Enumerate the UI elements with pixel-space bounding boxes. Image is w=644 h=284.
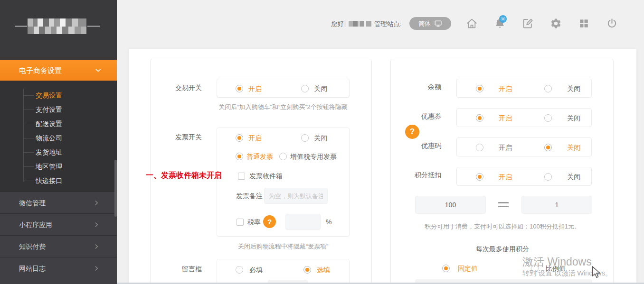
coupon-help-icon[interactable] [405,125,419,139]
logo-dash-left [15,26,27,27]
tax-rate-label[interactable]: 税率 [247,218,261,226]
vat-invoice-label[interactable]: 增值税专用发票 [290,153,337,160]
percent-sign: % [326,218,331,226]
trade-on-label[interactable]: 开启 [248,85,262,92]
balance-off-radio[interactable] [544,85,552,92]
sidebar-item-trade-settings[interactable]: 交易设置 [0,88,117,102]
sidebar-item-shipping-address[interactable]: 发货地址 [0,145,117,159]
tax-rate-checkbox[interactable] [237,219,244,226]
sidebar-item-mini-program[interactable]: 小程序应用 [0,213,117,235]
coupon-on-label[interactable]: 开启 [499,114,512,122]
sidebar-item-knowledge-pay[interactable]: 知识付费 [0,235,117,257]
coupon-control: 开启 关闭 [456,108,592,127]
promo-on-radio[interactable] [476,144,483,151]
home-button[interactable] [466,18,478,29]
chevron-right-icon [93,265,100,272]
sub-item-label: 地区管理 [36,163,62,170]
invoice-on-label[interactable]: 开启 [248,134,262,142]
message-optional-radio[interactable] [303,266,311,274]
coupon-label: 优惠券 [391,112,441,120]
promo-off-label[interactable]: 关闭 [567,144,580,151]
normal-invoice-label[interactable]: 普通发票 [246,153,273,160]
content-card: 交易开关 开启 关闭 关闭后“加入购物车”和“立刻购买”2个按钮将隐藏 发票开关… [129,49,636,284]
trade-switch-label: 交易开关 [151,84,202,92]
group-item-label: 知识付费 [19,243,46,250]
sidebar-item-logistics-company[interactable]: 物流公司 [0,131,117,145]
sub-item-label: 快递接口 [36,177,62,184]
manage-site-label: 管理站点: [374,20,402,28]
invoice-inbox-checkbox[interactable] [238,173,245,180]
invoice-on-radio[interactable] [236,134,243,142]
chevron-right-icon [93,243,100,250]
apps-button[interactable] [578,18,590,29]
points-off-radio[interactable] [544,173,552,181]
normal-invoice-radio[interactable] [236,153,243,160]
sidebar-item-express-interface[interactable]: 快递接口 [0,174,117,188]
sidebar-item-payment-settings[interactable]: 支付设置 [0,102,117,117]
vat-invoice-radio[interactable] [279,153,287,160]
sub-item-label: 发货地址 [36,148,62,156]
points-on-radio[interactable] [476,173,483,181]
invoice-remark-label: 发票备注 [236,192,263,200]
logout-button[interactable] [606,18,618,29]
trade-settings-panel: 交易开关 开启 关闭 关闭后“加入购物车”和“立刻购买”2个按钮将隐藏 发票开关… [150,59,372,284]
balance-on-radio[interactable] [476,85,483,92]
points-amount-input[interactable] [415,196,486,214]
points-on-label[interactable]: 开启 [499,173,512,181]
invoice-inbox-annotation: 一、发票收件箱未开启 [146,171,222,181]
balance-on-label[interactable]: 开启 [499,85,512,92]
sidebar-item-wechat-management[interactable]: 微信管理 [0,192,117,213]
trade-switch-note: 关闭后“加入购物车”和“立刻购买”2个按钮将隐藏 [217,102,350,112]
group-item-label: 网站日志 [19,265,46,272]
coupon-off-label[interactable]: 关闭 [567,114,580,122]
invoice-inbox-label[interactable]: 发票收件箱 [249,172,283,180]
coupon-on-radio[interactable] [476,114,483,122]
points-deduction-label: 积分抵扣 [391,171,441,179]
sidebar-item-region-management[interactable]: 地区管理 [0,159,117,174]
trade-on-radio[interactable] [236,85,243,92]
invoice-remark-input[interactable] [264,188,328,204]
balance-off-label[interactable]: 关闭 [567,85,580,92]
group-item-label: 小程序应用 [19,221,52,229]
promo-on-label[interactable]: 开启 [499,144,512,151]
edit-button[interactable] [522,18,534,29]
language-switch-button[interactable]: 简体 [409,17,451,30]
settings-button[interactable] [550,18,562,29]
money-amount-input[interactable] [521,196,592,214]
mouse-cursor [591,266,602,280]
sidebar-scrollbar-thumb[interactable] [114,160,117,217]
fixed-value-label[interactable]: 固定值 [458,265,478,272]
sidebar-item-delivery-settings[interactable]: 配送设置 [0,117,117,131]
sidebar: 电子商务设置 交易设置 支付设置 配送设置 物流公司 发货地址 地区管理 快递接… [0,0,117,284]
gear-icon [550,18,562,29]
coupon-off-radio[interactable] [544,114,552,122]
trade-off-label[interactable]: 关闭 [314,85,327,92]
equals-icon [498,202,509,210]
invoice-off-radio[interactable] [301,134,309,142]
invoice-off-label[interactable]: 关闭 [314,134,327,142]
message-required-radio[interactable] [236,266,243,274]
tax-rate-input[interactable] [285,214,321,230]
notification-badge: 30 [499,15,507,23]
points-off-label[interactable]: 关闭 [567,173,580,181]
points-deduction-control: 开启 关闭 [456,167,592,186]
message-box-control: 必填 选填 [217,259,350,284]
sub-item-label: 配送设置 [36,120,62,128]
sidebar-item-ecommerce-settings[interactable]: 电子商务设置 [0,60,117,81]
message-required-label[interactable]: 必填 [249,266,263,274]
promo-off-radio[interactable] [544,144,552,151]
home-icon [466,18,478,29]
sidebar-item-site-log[interactable]: 网站日志 [0,257,117,279]
max-points-label: 每次最多使用积分 [391,244,614,254]
balance-label: 余额 [391,83,441,91]
chevron-down-icon [95,67,102,74]
fixed-value-radio[interactable] [442,265,450,272]
points-note: 积分可用于消费，支付时可以选择如：100积分抵扣1元。 [400,222,605,231]
invoice-switch-note: 关闭后购物流程中将隐藏“发票项” [217,242,350,251]
greeting-text: 您好 [331,20,344,28]
tax-help-icon[interactable] [263,215,276,228]
menu-header-label: 电子商务设置 [19,66,62,74]
message-optional-label[interactable]: 选填 [317,266,330,274]
notifications-button[interactable]: 30 [494,18,506,29]
trade-off-radio[interactable] [301,85,309,92]
